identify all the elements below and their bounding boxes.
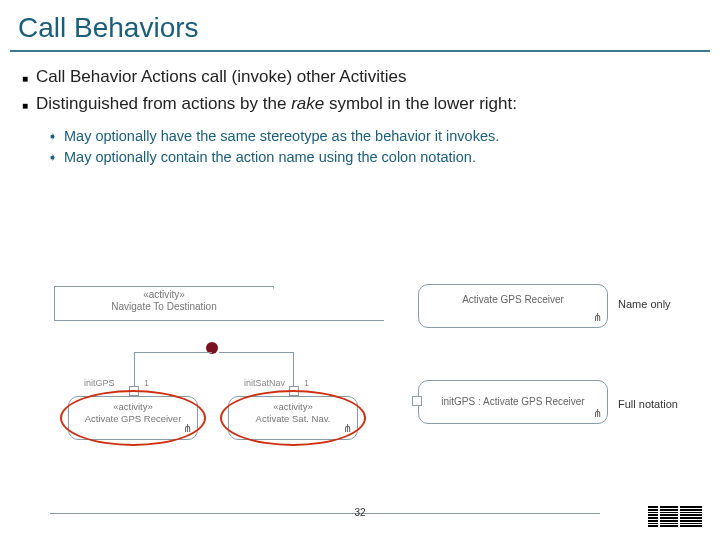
bullet-2-em: rake: [291, 94, 324, 113]
content-area: ■ Call Behavior Actions call (invoke) ot…: [0, 52, 720, 168]
activity-frame-body: [54, 320, 384, 321]
frame-name: Navigate To Destination: [55, 301, 273, 313]
chevron-icon: ➧: [48, 147, 64, 168]
rake-icon: ⋔: [593, 406, 601, 420]
rake-icon: ⋔: [593, 310, 601, 324]
ibm-logo-icon: [648, 506, 702, 528]
bullet-2-text: Distinguished from actions by the rake s…: [36, 93, 698, 116]
activity-diagram: «activity» Navigate To Destination initG…: [54, 286, 384, 456]
bullet-square-icon: ■: [22, 66, 36, 89]
footer-rule: [400, 513, 600, 514]
sub-bullets: ➧ May optionally have the same stereotyp…: [22, 120, 698, 168]
sub-bullet-1-text: May optionally have the same stereotype …: [64, 126, 698, 147]
full-notation-label: Full notation: [618, 398, 678, 410]
bullet-2-pre: Distinguished from actions by the: [36, 94, 291, 113]
full-notation-box: initGPS : Activate GPS Receiver ⋔: [418, 380, 608, 424]
full-notation-text: initGPS : Activate GPS Receiver: [419, 381, 607, 408]
diagram-area: «activity» Navigate To Destination initG…: [14, 280, 706, 460]
name-only-text: Activate GPS Receiver: [419, 285, 607, 306]
name-only-label: Name only: [618, 298, 671, 310]
pin-label: initGPS: [84, 378, 115, 388]
bullet-2-post: symbol in the lower right:: [324, 94, 517, 113]
sub-bullet-2: ➧ May optionally contain the action name…: [48, 147, 698, 168]
name-only-box: Activate GPS Receiver ⋔: [418, 284, 608, 328]
frame-stereotype: «activity»: [55, 289, 273, 301]
slide-title: Call Behaviors: [0, 0, 720, 50]
sub-bullet-2-text: May optionally contain the action name u…: [64, 147, 698, 168]
bullet-2: ■ Distinguished from actions by the rake…: [22, 93, 698, 116]
bullet-1-text: Call Behavior Actions call (invoke) othe…: [36, 66, 698, 89]
notation-examples: Activate GPS Receiver ⋔ Name only initGP…: [418, 280, 698, 450]
pin-label: initSatNav: [244, 378, 285, 388]
bullet-square-icon: ■: [22, 93, 36, 116]
highlight-ellipse: [60, 390, 206, 446]
multiplicity-label: 1: [304, 378, 309, 388]
activity-frame-tab: «activity» Navigate To Destination: [54, 286, 274, 320]
bullet-1: ■ Call Behavior Actions call (invoke) ot…: [22, 66, 698, 89]
pin-icon: [412, 396, 422, 406]
sub-bullet-1: ➧ May optionally have the same stereotyp…: [48, 126, 698, 147]
footer-rule: [50, 513, 310, 514]
chevron-icon: ➧: [48, 126, 64, 147]
multiplicity-label: 1: [144, 378, 149, 388]
highlight-ellipse: [220, 390, 366, 446]
